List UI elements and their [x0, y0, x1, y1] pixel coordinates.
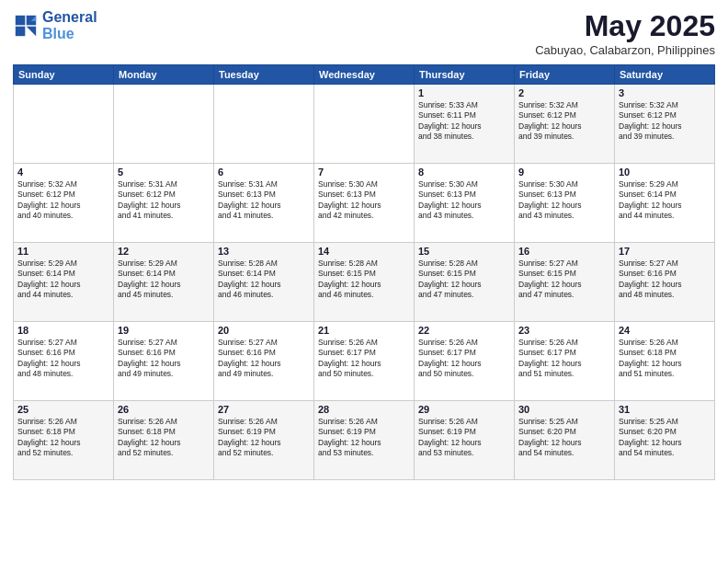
day-cell: 2Sunrise: 5:32 AM Sunset: 6:12 PM Daylig…: [515, 85, 615, 164]
day-cell: 13Sunrise: 5:28 AM Sunset: 6:14 PM Dayli…: [214, 243, 314, 322]
day-cell: 17Sunrise: 5:27 AM Sunset: 6:16 PM Dayli…: [615, 243, 715, 322]
day-info: Sunrise: 5:32 AM Sunset: 6:12 PM Dayligh…: [518, 100, 610, 143]
header-monday: Monday: [114, 65, 214, 85]
week-row-2: 11Sunrise: 5:29 AM Sunset: 6:14 PM Dayli…: [14, 243, 715, 322]
day-info: Sunrise: 5:27 AM Sunset: 6:16 PM Dayligh…: [619, 259, 711, 301]
day-cell: 28Sunrise: 5:26 AM Sunset: 6:19 PM Dayli…: [314, 401, 415, 480]
day-number: 2: [518, 87, 610, 98]
day-number: 27: [218, 404, 310, 415]
day-cell: [314, 85, 415, 164]
day-cell: 5Sunrise: 5:31 AM Sunset: 6:12 PM Daylig…: [114, 164, 214, 243]
day-info: Sunrise: 5:26 AM Sunset: 6:17 PM Dayligh…: [518, 338, 610, 380]
day-info: Sunrise: 5:26 AM Sunset: 6:18 PM Dayligh…: [118, 417, 210, 459]
day-number: 12: [118, 246, 210, 257]
day-cell: 23Sunrise: 5:26 AM Sunset: 6:17 PM Dayli…: [515, 322, 615, 401]
day-cell: 30Sunrise: 5:25 AM Sunset: 6:20 PM Dayli…: [515, 401, 615, 480]
day-info: Sunrise: 5:33 AM Sunset: 6:11 PM Dayligh…: [418, 100, 510, 143]
day-number: 6: [218, 167, 310, 178]
header: General Blue May 2025 Cabuyao, Calabarzo…: [13, 9, 715, 57]
day-info: Sunrise: 5:25 AM Sunset: 6:20 PM Dayligh…: [518, 417, 610, 459]
day-cell: 26Sunrise: 5:26 AM Sunset: 6:18 PM Dayli…: [114, 401, 214, 480]
day-info: Sunrise: 5:30 AM Sunset: 6:13 PM Dayligh…: [518, 179, 610, 222]
day-cell: [114, 85, 214, 164]
logo: General Blue: [13, 9, 97, 41]
week-row-3: 18Sunrise: 5:27 AM Sunset: 6:16 PM Dayli…: [14, 322, 715, 401]
day-number: 18: [17, 325, 109, 336]
title-block: May 2025 Cabuyao, Calabarzon, Philippine…: [535, 9, 715, 57]
subtitle: Cabuyao, Calabarzon, Philippines: [535, 43, 715, 57]
day-cell: 3Sunrise: 5:32 AM Sunset: 6:12 PM Daylig…: [615, 85, 715, 164]
header-row: SundayMondayTuesdayWednesdayThursdayFrid…: [14, 65, 715, 85]
day-number: 25: [17, 404, 109, 415]
header-thursday: Thursday: [415, 65, 515, 85]
day-info: Sunrise: 5:30 AM Sunset: 6:13 PM Dayligh…: [418, 179, 510, 222]
day-cell: 25Sunrise: 5:26 AM Sunset: 6:18 PM Dayli…: [14, 401, 114, 480]
week-row-0: 1Sunrise: 5:33 AM Sunset: 6:11 PM Daylig…: [14, 85, 715, 164]
day-info: Sunrise: 5:26 AM Sunset: 6:18 PM Dayligh…: [17, 417, 109, 459]
day-number: 11: [17, 246, 109, 257]
day-info: Sunrise: 5:26 AM Sunset: 6:19 PM Dayligh…: [218, 417, 310, 459]
day-info: Sunrise: 5:29 AM Sunset: 6:14 PM Dayligh…: [619, 179, 711, 222]
day-info: Sunrise: 5:26 AM Sunset: 6:17 PM Dayligh…: [318, 338, 410, 380]
day-cell: 12Sunrise: 5:29 AM Sunset: 6:14 PM Dayli…: [114, 243, 214, 322]
day-info: Sunrise: 5:32 AM Sunset: 6:12 PM Dayligh…: [17, 179, 109, 222]
main-title: May 2025: [535, 9, 715, 43]
day-cell: 29Sunrise: 5:26 AM Sunset: 6:19 PM Dayli…: [415, 401, 515, 480]
page: General Blue May 2025 Cabuyao, Calabarzo…: [0, 0, 728, 563]
day-cell: 19Sunrise: 5:27 AM Sunset: 6:16 PM Dayli…: [114, 322, 214, 401]
day-info: Sunrise: 5:32 AM Sunset: 6:12 PM Dayligh…: [619, 100, 711, 143]
day-cell: 7Sunrise: 5:30 AM Sunset: 6:13 PM Daylig…: [314, 164, 415, 243]
logo-text: General Blue: [42, 9, 97, 41]
day-cell: [214, 85, 314, 164]
day-number: 7: [318, 167, 410, 178]
day-info: Sunrise: 5:26 AM Sunset: 6:19 PM Dayligh…: [318, 417, 410, 459]
header-wednesday: Wednesday: [314, 65, 415, 85]
day-cell: 9Sunrise: 5:30 AM Sunset: 6:13 PM Daylig…: [515, 164, 615, 243]
day-info: Sunrise: 5:25 AM Sunset: 6:20 PM Dayligh…: [619, 417, 711, 459]
day-info: Sunrise: 5:30 AM Sunset: 6:13 PM Dayligh…: [318, 179, 410, 222]
day-number: 31: [619, 404, 711, 415]
day-cell: 20Sunrise: 5:27 AM Sunset: 6:16 PM Dayli…: [214, 322, 314, 401]
day-number: 19: [118, 325, 210, 336]
day-number: 5: [118, 167, 210, 178]
day-number: 15: [418, 246, 510, 257]
day-info: Sunrise: 5:29 AM Sunset: 6:14 PM Dayligh…: [118, 259, 210, 301]
day-cell: 18Sunrise: 5:27 AM Sunset: 6:16 PM Dayli…: [14, 322, 114, 401]
day-number: 23: [518, 325, 610, 336]
day-cell: 27Sunrise: 5:26 AM Sunset: 6:19 PM Dayli…: [214, 401, 314, 480]
day-info: Sunrise: 5:28 AM Sunset: 6:15 PM Dayligh…: [318, 259, 410, 301]
day-number: 9: [518, 167, 610, 178]
day-cell: 1Sunrise: 5:33 AM Sunset: 6:11 PM Daylig…: [415, 85, 515, 164]
day-number: 4: [17, 167, 109, 178]
day-number: 24: [619, 325, 711, 336]
day-number: 21: [318, 325, 410, 336]
calendar-table: SundayMondayTuesdayWednesdayThursdayFrid…: [13, 64, 715, 480]
calendar-header: SundayMondayTuesdayWednesdayThursdayFrid…: [14, 65, 715, 85]
day-cell: 6Sunrise: 5:31 AM Sunset: 6:13 PM Daylig…: [214, 164, 314, 243]
day-cell: 21Sunrise: 5:26 AM Sunset: 6:17 PM Dayli…: [314, 322, 415, 401]
day-info: Sunrise: 5:27 AM Sunset: 6:16 PM Dayligh…: [218, 338, 310, 380]
day-cell: 24Sunrise: 5:26 AM Sunset: 6:18 PM Dayli…: [615, 322, 715, 401]
day-info: Sunrise: 5:28 AM Sunset: 6:15 PM Dayligh…: [418, 259, 510, 301]
day-number: 26: [118, 404, 210, 415]
header-friday: Friday: [515, 65, 615, 85]
day-number: 17: [619, 246, 711, 257]
day-cell: 10Sunrise: 5:29 AM Sunset: 6:14 PM Dayli…: [615, 164, 715, 243]
day-info: Sunrise: 5:27 AM Sunset: 6:16 PM Dayligh…: [118, 338, 210, 380]
day-cell: 16Sunrise: 5:27 AM Sunset: 6:15 PM Dayli…: [515, 243, 615, 322]
day-info: Sunrise: 5:26 AM Sunset: 6:17 PM Dayligh…: [418, 338, 510, 380]
day-number: 30: [518, 404, 610, 415]
day-cell: 22Sunrise: 5:26 AM Sunset: 6:17 PM Dayli…: [415, 322, 515, 401]
day-info: Sunrise: 5:29 AM Sunset: 6:14 PM Dayligh…: [17, 259, 109, 301]
day-info: Sunrise: 5:31 AM Sunset: 6:12 PM Dayligh…: [118, 179, 210, 222]
header-tuesday: Tuesday: [214, 65, 314, 85]
day-number: 29: [418, 404, 510, 415]
svg-rect-1: [16, 15, 26, 25]
day-info: Sunrise: 5:31 AM Sunset: 6:13 PM Dayligh…: [218, 179, 310, 222]
day-info: Sunrise: 5:27 AM Sunset: 6:15 PM Dayligh…: [518, 259, 610, 301]
day-number: 13: [218, 246, 310, 257]
day-number: 8: [418, 167, 510, 178]
header-saturday: Saturday: [615, 65, 715, 85]
day-cell: 14Sunrise: 5:28 AM Sunset: 6:15 PM Dayli…: [314, 243, 415, 322]
day-info: Sunrise: 5:26 AM Sunset: 6:19 PM Dayligh…: [418, 417, 510, 459]
